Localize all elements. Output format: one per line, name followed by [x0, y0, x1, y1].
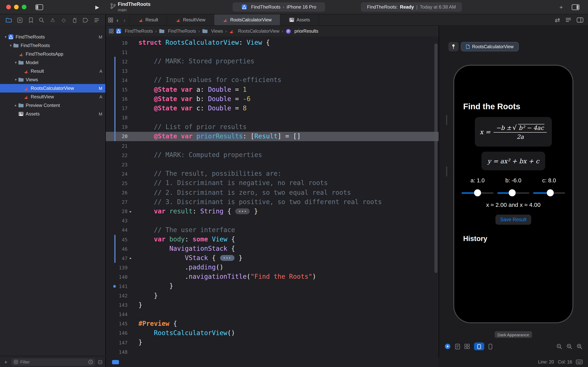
sidebar-item-findtherootsapp[interactable]: FindTheRootsApp [0, 50, 105, 58]
panel-handle[interactable] [446, 167, 447, 176]
code-line-20[interactable]: 20 @State var priorResults: [Result] = [… [106, 132, 439, 141]
slider-knob[interactable] [508, 189, 515, 196]
sidebar-item-views[interactable]: ▾Views [0, 75, 105, 84]
debug-navigator-icon[interactable] [71, 17, 78, 23]
zoom-fit-icon[interactable] [567, 343, 572, 349]
disclosure-open-icon[interactable]: ▾ [3, 35, 8, 39]
disclosure-open-icon[interactable]: ▾ [13, 78, 18, 82]
code-line-18[interactable]: 18 [106, 113, 439, 123]
recent-files-icon[interactable] [108, 17, 113, 22]
slider-knob[interactable] [474, 189, 481, 196]
code-line-28[interactable]: 28▸ var result: String { ••• } [106, 207, 439, 216]
code-line-13[interactable]: 13 [106, 66, 439, 76]
breadcrumb-item-findtheroots[interactable]: FindTheRoots [116, 28, 153, 34]
pin-preview-button[interactable] [448, 42, 459, 51]
test-navigator-icon[interactable]: ◇ [60, 17, 67, 23]
device-settings-icon[interactable] [488, 343, 492, 349]
source-editor[interactable]: 10struct RootsCalculatorView: View {1112… [106, 37, 439, 357]
tab-result[interactable]: Result [129, 14, 167, 25]
zoom-in-icon[interactable] [577, 343, 583, 349]
code-line-140[interactable]: 140 .navigationTitle("Find the Roots") [106, 272, 439, 282]
source-control-navigator-icon[interactable] [17, 17, 23, 23]
breakpoint-navigator-icon[interactable] [83, 17, 89, 23]
toggle-navigator-icon[interactable] [35, 3, 43, 10]
code-line-148[interactable]: 148 [106, 347, 439, 357]
zoom-window-button[interactable] [22, 5, 26, 9]
tab-rootscalculatorview[interactable]: RootsCalculatorView [214, 14, 281, 25]
sidebar-item-assets[interactable]: AssetsM [0, 110, 105, 118]
disclosure-closed-icon[interactable]: ▸ [13, 103, 18, 107]
code-fold-chevron-icon[interactable]: ▸ [127, 256, 134, 260]
code-line-22[interactable]: 22 // MARK: Computed properties [106, 150, 439, 160]
code-line-24[interactable]: 24 // The result, possibilities are: [106, 169, 439, 179]
coefficient-a-slider[interactable] [462, 189, 494, 196]
coefficient-c-slider[interactable] [533, 189, 565, 196]
code-line-15[interactable]: 15 @State var a: Double = 1 [106, 85, 439, 94]
code-fold-chevron-icon[interactable]: ▸ [127, 209, 134, 213]
code-line-12[interactable]: 12 // MARK: Stored properties [106, 57, 439, 66]
code-line-145[interactable]: 145#Preview { [106, 319, 439, 328]
sidebar-item-resultview[interactable]: ResultViewA [0, 92, 105, 101]
code-line-45[interactable]: 45 var body: some View { [106, 235, 439, 244]
report-navigator-icon[interactable] [93, 17, 100, 23]
code-line-16[interactable]: 16 @State var b: Double = -6 [106, 94, 439, 104]
add-editor-icon[interactable]: + [558, 3, 565, 10]
go-back-icon[interactable]: ‹ [115, 17, 120, 23]
minimize-window-button[interactable] [14, 5, 19, 9]
go-forward-icon[interactable]: › [122, 17, 127, 23]
folded-code-pill[interactable]: ••• [235, 208, 250, 214]
sidebar-item-model[interactable]: ▾Model [0, 58, 105, 67]
code-line-19[interactable]: 19 // List of prior results [106, 123, 439, 132]
code-line-26[interactable]: 26 // 2. Discriminant is zero, so two eq… [106, 188, 439, 197]
sidebar-item-findtheroots[interactable]: ▾FindTheRootsM [0, 33, 105, 41]
find-navigator-icon[interactable] [39, 17, 45, 23]
tab-assets[interactable]: Assets [280, 14, 319, 25]
code-line-142[interactable]: 142 } [106, 291, 439, 300]
scheme-selector[interactable]: FindTheRoots › iPhone 16 Pro [233, 2, 325, 12]
tab-resultview[interactable]: ResultView [167, 14, 214, 25]
code-line-139[interactable]: 139 .padding() [106, 263, 439, 272]
swap-editor-icon[interactable]: ⇄ [555, 16, 560, 24]
disclosure-open-icon[interactable]: ▾ [8, 43, 13, 47]
code-line-143[interactable]: 143} [106, 300, 439, 310]
breadcrumb-item-priorresults[interactable]: PpriorResults [286, 28, 318, 34]
code-line-146[interactable]: 146 RootsCalculatorView() [106, 328, 439, 338]
preview-file-chip[interactable]: RootsCalculatorView [461, 42, 519, 51]
coefficient-b-slider[interactable] [497, 189, 529, 196]
sidebar-item-result[interactable]: ResultA [0, 67, 105, 75]
zoom-out-icon[interactable] [556, 343, 562, 349]
code-line-147[interactable]: 147} [106, 338, 439, 347]
split-editor-icon[interactable] [577, 17, 583, 22]
grid-variants-icon[interactable] [464, 344, 470, 349]
code-line-46[interactable]: 46 NavigationStack { [106, 244, 439, 253]
code-line-14[interactable]: 14 // Input values for co-efficients [106, 76, 439, 85]
run-button[interactable]: ▶ [93, 3, 101, 10]
code-line-25[interactable]: 25 // 1. Discriminant is negative, no re… [106, 179, 439, 188]
code-line-17[interactable]: 17 @State var c: Double = 8 [106, 104, 439, 113]
run-destination[interactable]: iPhone 16 Pro [287, 4, 316, 10]
folded-code-pill[interactable]: ••• [220, 255, 234, 261]
code-line-27[interactable]: 27 // 3. Discriminant is positive, so tw… [106, 197, 439, 207]
breadcrumb-item-views[interactable]: Views [202, 28, 223, 34]
preview-screen[interactable]: Find the Roots x = −b ± √ b² − 4ac 2a y … [456, 68, 571, 320]
slider-knob[interactable] [547, 189, 554, 196]
code-line-11[interactable]: 11 [106, 47, 439, 57]
code-line-43[interactable]: 43 [106, 216, 439, 225]
panel-handle[interactable] [446, 115, 447, 125]
code-line-141[interactable]: 141 } [106, 282, 439, 291]
save-result-button[interactable]: Save Result [496, 215, 531, 225]
code-line-144[interactable]: 144 [106, 310, 439, 319]
filter-field[interactable] [11, 358, 95, 366]
bookmark-navigator-icon[interactable] [27, 17, 34, 23]
close-window-button[interactable] [6, 5, 11, 9]
sidebar-item-rootscalculatorview[interactable]: RootsCalculatorViewM [0, 84, 105, 92]
sidebar-item-preview-content[interactable]: ▸Preview Content [0, 101, 105, 110]
code-line-44[interactable]: 44 // The user interface [106, 225, 439, 235]
code-line-10[interactable]: 10struct RootsCalculatorView: View { [106, 38, 439, 47]
filter-input[interactable] [20, 360, 86, 364]
code-line-47[interactable]: 47▸ VStack { ••• } [106, 253, 439, 263]
editor-mode-indicator-icon[interactable] [112, 360, 119, 364]
recent-filter-clock-icon[interactable] [88, 360, 93, 364]
related-items-icon[interactable] [109, 29, 114, 33]
project-navigator-icon[interactable] [5, 17, 12, 23]
